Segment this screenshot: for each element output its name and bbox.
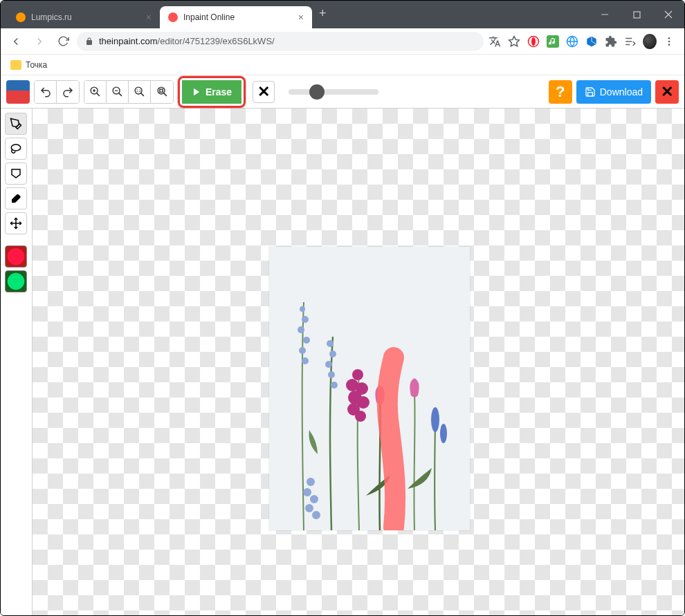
- svg-point-14: [668, 40, 670, 42]
- svg-line-17: [97, 93, 100, 96]
- svg-point-50: [312, 511, 320, 519]
- translate-icon[interactable]: [488, 35, 502, 48]
- svg-point-57: [355, 411, 366, 422]
- svg-text:1:1: 1:1: [136, 89, 141, 93]
- nav-forward-button[interactable]: [30, 32, 49, 51]
- svg-point-39: [299, 347, 306, 354]
- svg-point-51: [352, 369, 363, 380]
- lasso-tool-button[interactable]: [5, 138, 27, 160]
- window-minimize-button[interactable]: [589, 1, 621, 28]
- close-tab-icon[interactable]: ×: [298, 12, 304, 23]
- mask-stroke: [387, 357, 395, 527]
- workspace: [1, 109, 684, 615]
- svg-rect-1: [634, 12, 640, 18]
- save-icon: [585, 86, 596, 97]
- canvas-area[interactable]: [33, 109, 684, 615]
- tool-sidebar: [1, 109, 33, 615]
- folder-icon: [10, 60, 21, 70]
- extension-opera-icon[interactable]: [527, 35, 540, 48]
- svg-point-49: [305, 504, 313, 512]
- slider-thumb[interactable]: [309, 84, 325, 100]
- tab-title-2: Inpaint Online: [183, 12, 293, 22]
- svg-point-48: [310, 495, 318, 503]
- svg-line-27: [163, 93, 166, 96]
- move-tool-button[interactable]: [5, 212, 27, 234]
- profile-avatar[interactable]: [643, 35, 657, 48]
- window-titlebar: Lumpics.ru × Inpaint Online × +: [1, 1, 684, 28]
- extension-music-icon[interactable]: [546, 35, 560, 48]
- svg-point-46: [307, 478, 315, 486]
- download-button[interactable]: Download: [576, 80, 651, 104]
- svg-point-44: [328, 371, 335, 378]
- svg-point-35: [300, 306, 305, 312]
- svg-point-58: [431, 407, 439, 432]
- highlight-annotation: Erase: [178, 76, 246, 108]
- favicon-2: [168, 12, 178, 22]
- url-domain: theinpaint.com: [99, 36, 158, 46]
- browser-tab-2[interactable]: Inpaint Online ×: [160, 6, 312, 28]
- star-icon[interactable]: [507, 35, 521, 48]
- nav-reload-button[interactable]: [53, 32, 73, 51]
- window-maximize-button[interactable]: [621, 1, 652, 28]
- app-logo-icon: [6, 80, 30, 104]
- svg-point-15: [668, 44, 670, 46]
- bookmarks-bar: Точка: [1, 55, 684, 75]
- download-label: Download: [600, 86, 643, 97]
- svg-point-40: [302, 357, 309, 364]
- zoom-original-button[interactable]: [151, 81, 173, 103]
- reading-list-icon[interactable]: [623, 35, 637, 48]
- svg-rect-28: [159, 89, 162, 92]
- redo-button[interactable]: [57, 81, 79, 103]
- svg-point-36: [302, 316, 309, 323]
- undo-button[interactable]: [35, 81, 57, 103]
- extension-globe-icon[interactable]: [565, 35, 579, 48]
- nav-back-button[interactable]: [6, 32, 26, 51]
- green-marker-button[interactable]: [5, 270, 27, 292]
- svg-point-38: [303, 337, 310, 344]
- zoom-fit-button[interactable]: 1:1: [129, 81, 151, 103]
- red-marker-button[interactable]: [5, 245, 27, 268]
- zoom-out-button[interactable]: [107, 81, 129, 103]
- close-editor-button[interactable]: ✕: [655, 80, 679, 104]
- extensions-puzzle-icon[interactable]: [604, 35, 618, 48]
- url-field[interactable]: theinpaint.com/editor/4751239/ex6S6LkWS/: [77, 32, 484, 51]
- svg-point-41: [327, 340, 334, 347]
- cancel-mask-button[interactable]: ✕: [253, 81, 275, 103]
- erase-label: Erase: [206, 86, 232, 97]
- url-path: /editor/4751239/ex6S6LkWS/: [158, 36, 275, 46]
- svg-marker-4: [509, 36, 520, 46]
- polygon-tool-button[interactable]: [5, 162, 27, 185]
- close-tab-icon[interactable]: ×: [146, 12, 152, 23]
- svg-marker-31: [12, 169, 20, 178]
- erase-button[interactable]: Erase: [182, 80, 241, 104]
- svg-point-6: [531, 37, 536, 46]
- svg-point-37: [298, 326, 304, 333]
- brush-size-slider[interactable]: [289, 89, 378, 95]
- browser-address-bar: theinpaint.com/editor/4751239/ex6S6LkWS/: [1, 28, 684, 55]
- marker-tool-button[interactable]: [5, 113, 27, 135]
- new-tab-button[interactable]: +: [312, 1, 334, 28]
- help-button[interactable]: ?: [549, 80, 572, 104]
- favicon-1: [16, 12, 26, 22]
- svg-marker-29: [194, 88, 199, 95]
- browser-tab-1[interactable]: Lumpics.ru ×: [8, 6, 160, 28]
- zoom-in-button[interactable]: [84, 81, 107, 103]
- window-close-button[interactable]: [652, 1, 684, 28]
- svg-point-59: [440, 424, 447, 443]
- extension-cube-icon[interactable]: [585, 35, 599, 48]
- svg-point-30: [11, 144, 21, 151]
- edited-image[interactable]: [269, 247, 470, 530]
- menu-kebab-icon[interactable]: [662, 35, 676, 48]
- eraser-tool-button[interactable]: [5, 187, 27, 209]
- svg-point-13: [668, 37, 670, 39]
- svg-point-43: [325, 361, 332, 368]
- bookmark-item[interactable]: Точка: [26, 60, 47, 70]
- svg-line-24: [141, 93, 144, 96]
- svg-point-45: [331, 382, 338, 389]
- svg-point-26: [158, 87, 165, 94]
- svg-point-42: [329, 351, 336, 357]
- svg-point-47: [303, 488, 311, 496]
- svg-line-21: [119, 93, 122, 96]
- svg-rect-34: [269, 247, 470, 530]
- play-icon: [192, 87, 201, 97]
